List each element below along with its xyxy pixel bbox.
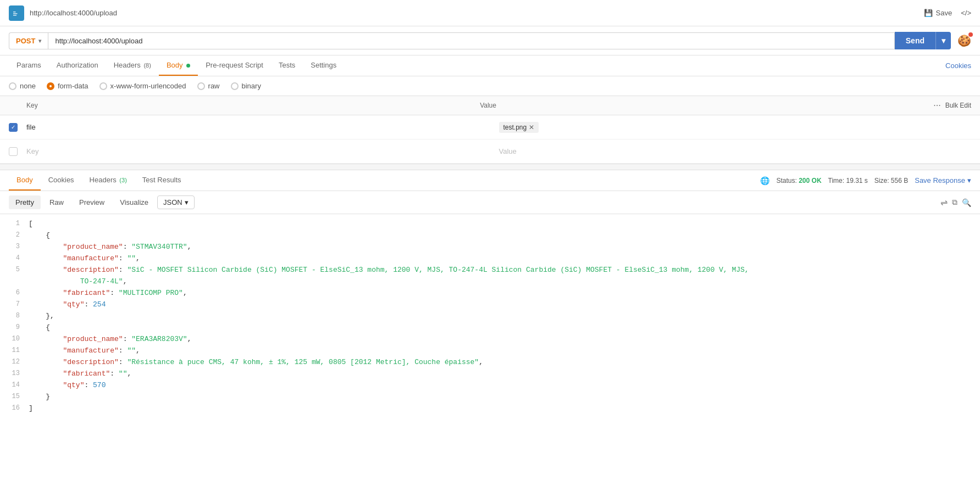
response-tab-test-results[interactable]: Test Results xyxy=(135,170,189,191)
section-divider xyxy=(0,164,980,170)
row-key-field[interactable]: file xyxy=(26,123,499,131)
line-number: 16 xyxy=(9,403,29,413)
method-select[interactable]: POST ▾ xyxy=(9,32,48,49)
response-view-tabs: Pretty Raw Preview Visualize JSON ▾ ⇌ ⧉ … xyxy=(0,191,980,214)
response-tab-body[interactable]: Body xyxy=(9,170,41,191)
radio-none-icon xyxy=(9,82,16,90)
body-type-form-data[interactable]: form-data xyxy=(47,82,88,90)
line-number: 6 xyxy=(9,288,29,298)
tab-cookies[interactable]: Cookies xyxy=(945,56,971,75)
value-placeholder: Value xyxy=(499,147,517,155)
cookies-notification[interactable]: 🍪 xyxy=(957,34,971,47)
tab-prerequest[interactable]: Pre-request Script xyxy=(198,55,271,76)
json-format-label: JSON xyxy=(163,198,182,206)
row-checkbox-empty[interactable] xyxy=(9,147,18,156)
code-button[interactable]: </> xyxy=(961,9,971,17)
line-number: 1 xyxy=(9,219,29,229)
line-content: "description": "SiC - MOSFET Silicon Car… xyxy=(29,265,971,288)
save-button[interactable]: 💾 Save xyxy=(924,9,953,17)
response-tab-headers[interactable]: Headers (3) xyxy=(82,170,135,191)
save-response-label: Save Response xyxy=(915,176,965,185)
row-key-empty[interactable]: Key xyxy=(26,147,499,155)
body-type-binary[interactable]: binary xyxy=(231,82,261,90)
view-tab-preview[interactable]: Preview xyxy=(73,195,111,209)
tab-headers[interactable]: Headers (8) xyxy=(106,55,159,76)
json-line: 8 }, xyxy=(0,311,980,322)
response-section: Body Cookies Headers (3) Test Results 🌐 … xyxy=(0,170,980,417)
form-row-empty: Key Value xyxy=(0,139,980,164)
line-number: 7 xyxy=(9,299,29,310)
view-tabs-left: Pretty Raw Preview Visualize JSON ▾ xyxy=(9,195,195,209)
globe-icon: 🌐 xyxy=(760,176,769,185)
send-chevron-icon[interactable]: ▾ xyxy=(935,32,951,49)
json-line: 11 "manufacture": "", xyxy=(0,345,980,357)
line-content: { xyxy=(29,322,971,334)
row-checkbox[interactable] xyxy=(9,123,18,132)
json-line: 12 "description": "Résistance à puce CMS… xyxy=(0,357,980,368)
tab-params[interactable]: Params xyxy=(9,55,49,76)
file-tag: test.png ✕ xyxy=(499,122,539,133)
line-content: ] xyxy=(29,403,971,415)
line-number: 10 xyxy=(9,334,29,344)
response-tab-cookies[interactable]: Cookies xyxy=(41,170,82,191)
request-bar: POST ▾ Send ▾ 🍪 xyxy=(0,26,980,55)
json-line: 6 "fabricant": "MULTICOMP PRO", xyxy=(0,288,980,299)
row-value-field: test.png ✕ xyxy=(499,122,972,133)
json-line: 2 { xyxy=(0,230,980,242)
line-number: 5 xyxy=(9,265,29,275)
line-content: "manufacture": "", xyxy=(29,253,971,265)
body-type-raw[interactable]: raw xyxy=(197,82,220,90)
tab-tests[interactable]: Tests xyxy=(271,55,303,76)
line-content: [ xyxy=(29,219,971,230)
json-format-select[interactable]: JSON ▾ xyxy=(157,195,195,209)
body-dot xyxy=(186,64,190,68)
row-checkbox-area xyxy=(9,123,26,132)
line-number: 15 xyxy=(9,392,29,402)
line-number: 2 xyxy=(9,230,29,241)
request-tabs: Params Authorization Headers (8) Body Pr… xyxy=(0,55,980,76)
notification-dot xyxy=(968,32,973,37)
send-button[interactable]: Send ▾ xyxy=(895,32,951,49)
filter-icon-button[interactable]: ⇌ xyxy=(940,197,948,208)
line-content: "qty": 570 xyxy=(29,380,971,392)
line-number: 14 xyxy=(9,380,29,390)
body-types: none form-data x-www-form-urlencoded raw… xyxy=(0,76,980,96)
view-tabs-right: ⇌ ⧉ 🔍 xyxy=(940,197,971,208)
save-response-chevron-icon: ▾ xyxy=(967,176,971,185)
form-table-header: Key Value ··· Bulk Edit xyxy=(0,96,980,115)
search-icon-button[interactable]: 🔍 xyxy=(962,198,971,207)
view-tab-visualize[interactable]: Visualize xyxy=(113,195,155,209)
line-number: 4 xyxy=(9,253,29,264)
json-line: 14 "qty": 570 xyxy=(0,380,980,392)
line-number: 3 xyxy=(9,242,29,252)
key-placeholder: Key xyxy=(26,147,38,155)
postman-icon xyxy=(9,5,24,21)
body-type-none[interactable]: none xyxy=(9,82,36,90)
tab-authorization[interactable]: Authorization xyxy=(49,55,106,76)
top-bar: http://localhost:4000/upload 💾 Save </> xyxy=(0,0,980,26)
json-view: 1[2 {3 "product_name": "STMAV340TTR",4 "… xyxy=(0,214,980,417)
file-remove-button[interactable]: ✕ xyxy=(529,124,534,131)
line-number: 13 xyxy=(9,368,29,379)
view-tab-pretty[interactable]: Pretty xyxy=(9,195,41,209)
json-line: 3 "product_name": "STMAV340TTR", xyxy=(0,242,980,253)
row-value-empty[interactable]: Value xyxy=(499,147,972,155)
tab-body[interactable]: Body xyxy=(159,55,198,76)
radio-xwww-icon xyxy=(99,82,107,90)
line-content: "description": "Résistance à puce CMS, 4… xyxy=(29,357,971,368)
body-type-x-www[interactable]: x-www-form-urlencoded xyxy=(99,82,186,90)
view-tab-raw[interactable]: Raw xyxy=(43,195,70,209)
copy-icon-button[interactable]: ⧉ xyxy=(952,198,957,207)
size-label: Size: 556 B xyxy=(874,177,908,185)
size-value: 556 B xyxy=(891,177,908,185)
response-headers-badge: (3) xyxy=(119,177,126,183)
save-response-button[interactable]: Save Response ▾ xyxy=(915,176,971,185)
request-tabs-left: Params Authorization Headers (8) Body Pr… xyxy=(9,55,344,76)
time-value: 19.31 s xyxy=(846,177,867,185)
line-content: "product_name": "ERA3AR8203V", xyxy=(29,334,971,345)
json-line: 15 } xyxy=(0,392,980,403)
dots-button[interactable]: ··· xyxy=(933,100,940,110)
bulk-edit-button[interactable]: Bulk Edit xyxy=(945,102,971,109)
url-input[interactable] xyxy=(48,32,894,49)
tab-settings[interactable]: Settings xyxy=(303,55,344,76)
